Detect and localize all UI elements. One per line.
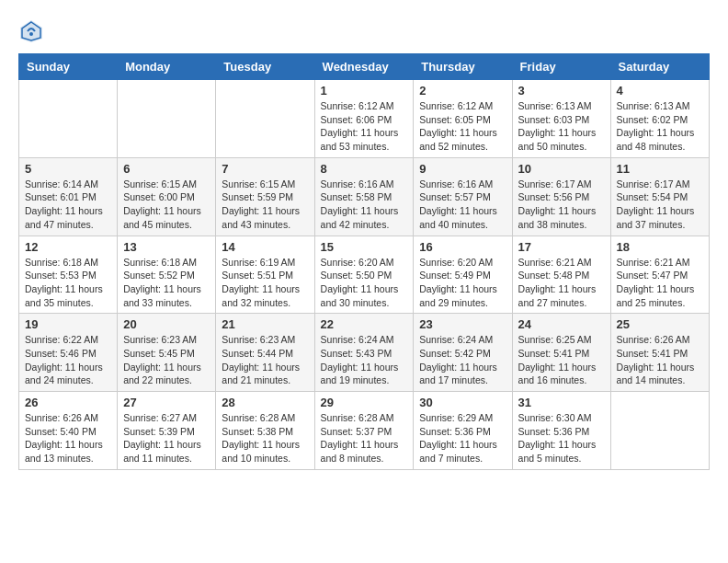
calendar-cell: 4Sunrise: 6:13 AM Sunset: 6:02 PM Daylig… (610, 80, 709, 158)
day-info: Sunrise: 6:27 AM Sunset: 5:39 PM Dayligh… (123, 411, 210, 465)
day-info: Sunrise: 6:22 AM Sunset: 5:46 PM Dayligh… (25, 333, 111, 387)
day-number: 16 (419, 240, 506, 254)
day-info: Sunrise: 6:19 AM Sunset: 5:51 PM Dayligh… (222, 256, 308, 310)
day-info: Sunrise: 6:18 AM Sunset: 5:52 PM Dayligh… (123, 256, 210, 310)
day-info: Sunrise: 6:28 AM Sunset: 5:37 PM Dayligh… (321, 411, 408, 465)
calendar-cell: 12Sunrise: 6:18 AM Sunset: 5:53 PM Dayli… (19, 236, 118, 314)
day-info: Sunrise: 6:24 AM Sunset: 5:43 PM Dayligh… (321, 333, 408, 387)
day-info: Sunrise: 6:17 AM Sunset: 5:54 PM Dayligh… (617, 178, 703, 232)
day-info: Sunrise: 6:24 AM Sunset: 5:42 PM Dayligh… (419, 333, 506, 387)
calendar-cell: 17Sunrise: 6:21 AM Sunset: 5:48 PM Dayli… (512, 236, 610, 314)
calendar-cell: 16Sunrise: 6:20 AM Sunset: 5:49 PM Dayli… (414, 236, 512, 314)
day-info: Sunrise: 6:15 AM Sunset: 6:00 PM Dayligh… (123, 178, 210, 232)
calendar-cell: 27Sunrise: 6:27 AM Sunset: 5:39 PM Dayli… (118, 392, 216, 470)
day-of-week-header: Wednesday (314, 54, 414, 80)
day-number: 2 (419, 84, 506, 98)
logo-icon (18, 18, 44, 44)
day-number: 11 (617, 162, 703, 176)
calendar-cell: 13Sunrise: 6:18 AM Sunset: 5:52 PM Dayli… (118, 236, 216, 314)
calendar-cell: 7Sunrise: 6:15 AM Sunset: 5:59 PM Daylig… (216, 157, 314, 236)
day-number: 17 (518, 240, 605, 254)
calendar-cell: 15Sunrise: 6:20 AM Sunset: 5:50 PM Dayli… (314, 236, 414, 314)
day-number: 13 (123, 240, 210, 254)
calendar-cell: 31Sunrise: 6:30 AM Sunset: 5:36 PM Dayli… (512, 392, 610, 470)
day-number: 12 (25, 240, 111, 254)
day-info: Sunrise: 6:13 AM Sunset: 6:02 PM Dayligh… (617, 99, 703, 154)
svg-point-2 (29, 32, 33, 36)
svg-marker-0 (20, 20, 42, 42)
day-number: 6 (123, 162, 210, 176)
day-number: 30 (419, 396, 506, 409)
day-info: Sunrise: 6:20 AM Sunset: 5:50 PM Dayligh… (321, 256, 408, 310)
calendar-week-row: 5Sunrise: 6:14 AM Sunset: 6:01 PM Daylig… (19, 157, 710, 236)
calendar-cell (118, 80, 216, 158)
day-number: 20 (123, 317, 210, 331)
calendar-cell: 29Sunrise: 6:28 AM Sunset: 5:37 PM Dayli… (314, 392, 414, 470)
page-header (18, 18, 710, 44)
day-number: 8 (321, 162, 408, 176)
day-info: Sunrise: 6:12 AM Sunset: 6:05 PM Dayligh… (419, 99, 506, 154)
day-info: Sunrise: 6:12 AM Sunset: 6:06 PM Dayligh… (321, 99, 408, 154)
day-info: Sunrise: 6:21 AM Sunset: 5:47 PM Dayligh… (617, 256, 703, 310)
calendar-week-row: 19Sunrise: 6:22 AM Sunset: 5:46 PM Dayli… (19, 314, 710, 392)
calendar-cell: 20Sunrise: 6:23 AM Sunset: 5:45 PM Dayli… (118, 314, 216, 392)
day-number: 4 (617, 84, 703, 98)
day-number: 21 (222, 317, 308, 331)
day-number: 3 (518, 84, 605, 98)
day-number: 5 (25, 162, 111, 176)
calendar-cell: 25Sunrise: 6:26 AM Sunset: 5:41 PM Dayli… (610, 314, 709, 392)
day-info: Sunrise: 6:16 AM Sunset: 5:58 PM Dayligh… (321, 178, 408, 232)
day-of-week-header: Tuesday (216, 54, 314, 80)
calendar-week-row: 12Sunrise: 6:18 AM Sunset: 5:53 PM Dayli… (19, 236, 710, 314)
calendar-cell: 8Sunrise: 6:16 AM Sunset: 5:58 PM Daylig… (314, 157, 414, 236)
day-of-week-header: Sunday (19, 54, 118, 80)
calendar-cell: 26Sunrise: 6:26 AM Sunset: 5:40 PM Dayli… (19, 392, 118, 470)
calendar-cell: 18Sunrise: 6:21 AM Sunset: 5:47 PM Dayli… (610, 236, 709, 314)
day-info: Sunrise: 6:26 AM Sunset: 5:41 PM Dayligh… (617, 333, 703, 387)
day-number: 14 (222, 240, 308, 254)
day-number: 28 (222, 396, 308, 409)
day-number: 23 (419, 317, 506, 331)
logo (18, 18, 48, 44)
day-number: 19 (25, 317, 111, 331)
calendar-cell: 10Sunrise: 6:17 AM Sunset: 5:56 PM Dayli… (512, 157, 610, 236)
calendar-cell: 19Sunrise: 6:22 AM Sunset: 5:46 PM Dayli… (19, 314, 118, 392)
calendar-cell (19, 80, 118, 158)
day-info: Sunrise: 6:21 AM Sunset: 5:48 PM Dayligh… (518, 256, 605, 310)
calendar-cell: 3Sunrise: 6:13 AM Sunset: 6:03 PM Daylig… (512, 80, 610, 158)
day-info: Sunrise: 6:26 AM Sunset: 5:40 PM Dayligh… (25, 411, 111, 465)
calendar-week-row: 1Sunrise: 6:12 AM Sunset: 6:06 PM Daylig… (19, 80, 710, 158)
day-number: 22 (321, 317, 408, 331)
day-info: Sunrise: 6:14 AM Sunset: 6:01 PM Dayligh… (25, 178, 111, 232)
day-of-week-header: Monday (118, 54, 216, 80)
calendar-cell: 23Sunrise: 6:24 AM Sunset: 5:42 PM Dayli… (414, 314, 512, 392)
calendar-cell: 1Sunrise: 6:12 AM Sunset: 6:06 PM Daylig… (314, 80, 414, 158)
calendar-cell: 5Sunrise: 6:14 AM Sunset: 6:01 PM Daylig… (19, 157, 118, 236)
day-info: Sunrise: 6:17 AM Sunset: 5:56 PM Dayligh… (518, 178, 605, 232)
calendar-cell: 9Sunrise: 6:16 AM Sunset: 5:57 PM Daylig… (414, 157, 512, 236)
calendar-cell: 24Sunrise: 6:25 AM Sunset: 5:41 PM Dayli… (512, 314, 610, 392)
day-number: 29 (321, 396, 408, 409)
calendar-cell: 6Sunrise: 6:15 AM Sunset: 6:00 PM Daylig… (118, 157, 216, 236)
day-number: 25 (617, 317, 703, 331)
day-number: 7 (222, 162, 308, 176)
day-of-week-header: Thursday (414, 54, 512, 80)
calendar-week-row: 26Sunrise: 6:26 AM Sunset: 5:40 PM Dayli… (19, 392, 710, 470)
calendar-cell: 21Sunrise: 6:23 AM Sunset: 5:44 PM Dayli… (216, 314, 314, 392)
calendar-table: SundayMondayTuesdayWednesdayThursdayFrid… (18, 53, 710, 470)
day-info: Sunrise: 6:23 AM Sunset: 5:45 PM Dayligh… (123, 333, 210, 387)
calendar-cell (610, 392, 709, 470)
calendar-cell: 28Sunrise: 6:28 AM Sunset: 5:38 PM Dayli… (216, 392, 314, 470)
day-info: Sunrise: 6:13 AM Sunset: 6:03 PM Dayligh… (518, 99, 605, 154)
day-info: Sunrise: 6:30 AM Sunset: 5:36 PM Dayligh… (518, 411, 605, 465)
day-info: Sunrise: 6:20 AM Sunset: 5:49 PM Dayligh… (419, 256, 506, 310)
day-of-week-header: Friday (512, 54, 610, 80)
day-info: Sunrise: 6:25 AM Sunset: 5:41 PM Dayligh… (518, 333, 605, 387)
day-number: 15 (321, 240, 408, 254)
calendar-cell: 11Sunrise: 6:17 AM Sunset: 5:54 PM Dayli… (610, 157, 709, 236)
day-info: Sunrise: 6:28 AM Sunset: 5:38 PM Dayligh… (222, 411, 308, 465)
day-of-week-header: Saturday (610, 54, 709, 80)
day-info: Sunrise: 6:16 AM Sunset: 5:57 PM Dayligh… (419, 178, 506, 232)
calendar-cell (216, 80, 314, 158)
day-number: 27 (123, 396, 210, 409)
